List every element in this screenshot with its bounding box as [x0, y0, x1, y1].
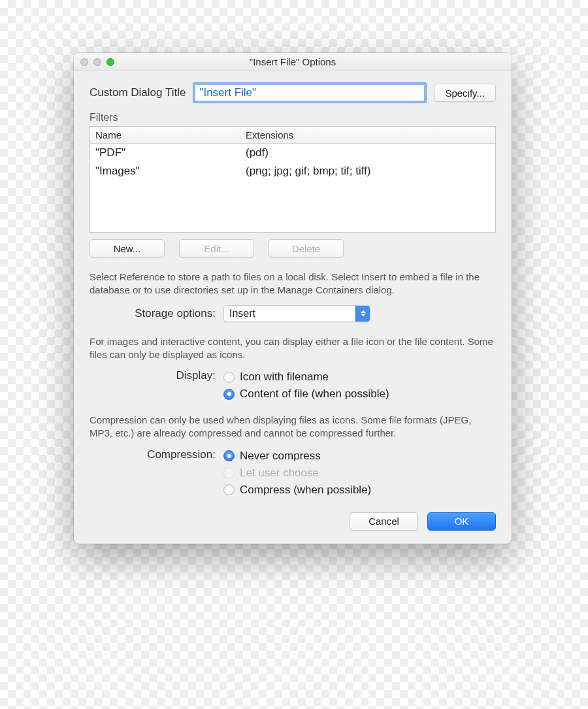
display-content-radio[interactable]: Content of file (when possible) — [223, 387, 389, 401]
compression-help-text: Compression can only be used when displa… — [90, 414, 496, 440]
radio-label: Never compress — [240, 450, 321, 463]
traffic-lights — [80, 58, 114, 66]
radio-icon — [223, 484, 235, 495]
titlebar: "Insert File" Options — [74, 53, 512, 71]
table-row[interactable]: "PDF" (pdf) — [90, 144, 495, 162]
column-header-extensions[interactable]: Extensions — [240, 127, 495, 143]
storage-options-value: Insert — [229, 308, 255, 320]
custom-title-input[interactable] — [193, 83, 426, 103]
column-header-name[interactable]: Name — [90, 127, 240, 143]
table-row[interactable]: "Images" (png; jpg; gif; bmp; tif; tiff) — [90, 162, 495, 180]
dialog-window: "Insert File" Options Custom Dialog Titl… — [74, 53, 512, 544]
custom-title-label: Custom Dialog Title — [90, 86, 186, 99]
radio-label: Icon with filename — [240, 371, 329, 384]
storage-options-select[interactable]: Insert — [223, 305, 370, 322]
display-label: Display: — [90, 369, 223, 382]
new-filter-button[interactable]: New... — [90, 239, 165, 257]
zoom-icon[interactable] — [106, 58, 114, 66]
dialog-content: Custom Dialog Title Specify... Filters N… — [74, 71, 512, 544]
compression-never-radio[interactable]: Never compress — [223, 450, 371, 463]
filter-ext-cell: (pdf) — [240, 145, 495, 161]
filter-name-cell: "PDF" — [90, 145, 240, 161]
radio-label: Content of file (when possible) — [240, 387, 389, 401]
compression-letuser-radio: Let user choose — [223, 467, 371, 480]
radio-icon — [223, 450, 235, 461]
edit-filter-button: Edit... — [179, 239, 254, 257]
close-icon[interactable] — [80, 58, 88, 66]
filters-body[interactable]: "PDF" (pdf) "Images" (png; jpg; gif; bmp… — [90, 144, 495, 232]
filter-ext-cell: (png; jpg; gif; bmp; tif; tiff) — [240, 163, 495, 179]
ok-button[interactable]: OK — [427, 512, 496, 531]
radio-icon — [223, 389, 235, 400]
compression-compress-radio[interactable]: Compress (when possible) — [223, 484, 371, 497]
delete-filter-button: Delete — [269, 239, 344, 257]
storage-help-text: Select Reference to store a path to file… — [90, 271, 496, 297]
display-icon-radio[interactable]: Icon with filename — [223, 371, 389, 384]
filters-table: Name Extensions "PDF" (pdf) "Images" (pn… — [90, 126, 496, 233]
minimize-icon[interactable] — [93, 58, 101, 66]
specify-button[interactable]: Specify... — [434, 84, 496, 102]
compression-label: Compression: — [90, 448, 223, 461]
cancel-button[interactable]: Cancel — [350, 512, 418, 531]
storage-options-label: Storage options: — [90, 307, 223, 320]
window-title: "Insert File" Options — [74, 56, 512, 67]
filter-name-cell: "Images" — [90, 163, 240, 179]
radio-label: Let user choose — [240, 467, 319, 480]
display-help-text: For images and interactive content, you … — [90, 335, 496, 362]
updown-icon — [355, 306, 370, 322]
radio-icon — [223, 372, 235, 383]
radio-label: Compress (when possible) — [240, 484, 371, 497]
radio-icon — [223, 467, 235, 478]
filters-label: Filters — [90, 112, 496, 124]
